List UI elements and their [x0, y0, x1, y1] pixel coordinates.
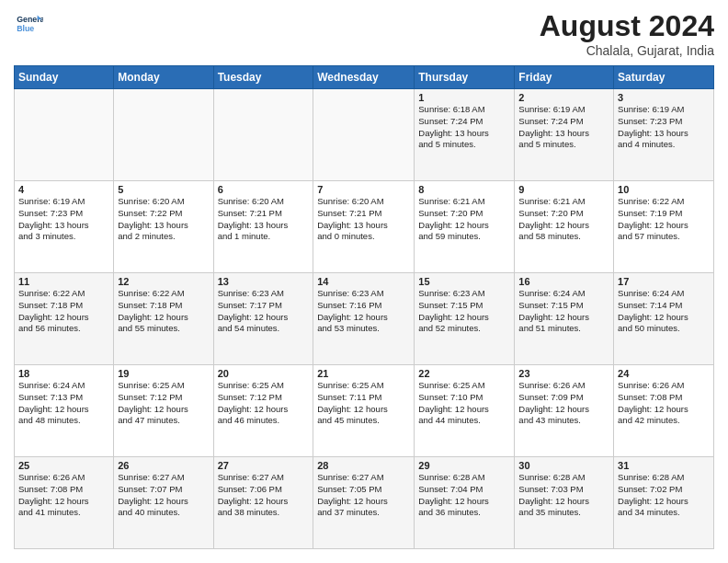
page: General Blue August 2024 Chalala, Gujara…: [0, 0, 728, 563]
svg-text:Blue: Blue: [17, 24, 34, 33]
table-row: 30Sunrise: 6:28 AMSunset: 7:03 PMDayligh…: [515, 457, 614, 549]
day-number: 19: [118, 368, 209, 379]
logo-icon: General Blue: [14, 9, 43, 39]
day-number: 2: [518, 92, 609, 103]
table-row: 4Sunrise: 6:19 AMSunset: 7:23 PMDaylight…: [15, 181, 114, 273]
table-row: 8Sunrise: 6:21 AMSunset: 7:20 PMDaylight…: [415, 181, 515, 273]
table-row: 18Sunrise: 6:24 AMSunset: 7:13 PMDayligh…: [15, 365, 114, 457]
day-number: 23: [518, 368, 609, 379]
day-number: 31: [618, 460, 710, 471]
table-row: 22Sunrise: 6:25 AMSunset: 7:10 PMDayligh…: [415, 365, 515, 457]
day-number: 11: [18, 276, 109, 287]
table-row: 23Sunrise: 6:26 AMSunset: 7:09 PMDayligh…: [515, 365, 614, 457]
table-row: 15Sunrise: 6:23 AMSunset: 7:15 PMDayligh…: [415, 273, 515, 365]
day-info: Sunrise: 6:20 AMSunset: 7:22 PMDaylight:…: [118, 196, 209, 243]
table-row: 19Sunrise: 6:25 AMSunset: 7:12 PMDayligh…: [114, 365, 213, 457]
col-thursday: Thursday: [415, 66, 515, 89]
day-number: 5: [118, 184, 209, 195]
calendar-table: Sunday Monday Tuesday Wednesday Thursday…: [14, 65, 714, 549]
day-number: 7: [317, 184, 410, 195]
day-info: Sunrise: 6:26 AMSunset: 7:08 PMDaylight:…: [618, 380, 710, 427]
day-number: 21: [317, 368, 410, 379]
day-number: 30: [518, 460, 609, 471]
day-info: Sunrise: 6:23 AMSunset: 7:17 PMDaylight:…: [218, 288, 310, 335]
calendar-header-row: Sunday Monday Tuesday Wednesday Thursday…: [15, 66, 714, 89]
day-info: Sunrise: 6:19 AMSunset: 7:24 PMDaylight:…: [518, 104, 609, 151]
day-number: 6: [218, 184, 310, 195]
title-block: August 2024 Chalala, Gujarat, India: [540, 9, 714, 58]
location: Chalala, Gujarat, India: [540, 43, 714, 58]
day-number: 15: [418, 276, 510, 287]
day-number: 14: [317, 276, 410, 287]
calendar-week-row: 18Sunrise: 6:24 AMSunset: 7:13 PMDayligh…: [15, 365, 714, 457]
day-number: 1: [418, 92, 510, 103]
day-number: 22: [418, 368, 510, 379]
day-info: Sunrise: 6:25 AMSunset: 7:10 PMDaylight:…: [418, 380, 510, 427]
day-info: Sunrise: 6:26 AMSunset: 7:08 PMDaylight:…: [18, 472, 109, 519]
day-number: 25: [18, 460, 109, 471]
day-info: Sunrise: 6:19 AMSunset: 7:23 PMDaylight:…: [618, 104, 710, 151]
day-info: Sunrise: 6:26 AMSunset: 7:09 PMDaylight:…: [518, 380, 609, 427]
table-row: 21Sunrise: 6:25 AMSunset: 7:11 PMDayligh…: [313, 365, 415, 457]
day-info: Sunrise: 6:22 AMSunset: 7:18 PMDaylight:…: [18, 288, 109, 335]
day-number: 10: [618, 184, 710, 195]
table-row: [114, 89, 213, 181]
day-info: Sunrise: 6:27 AMSunset: 7:06 PMDaylight:…: [218, 472, 310, 519]
calendar-week-row: 11Sunrise: 6:22 AMSunset: 7:18 PMDayligh…: [15, 273, 714, 365]
table-row: 14Sunrise: 6:23 AMSunset: 7:16 PMDayligh…: [313, 273, 415, 365]
day-info: Sunrise: 6:24 AMSunset: 7:14 PMDaylight:…: [618, 288, 710, 335]
day-info: Sunrise: 6:25 AMSunset: 7:11 PMDaylight:…: [317, 380, 410, 427]
col-friday: Friday: [515, 66, 614, 89]
col-monday: Monday: [114, 66, 213, 89]
col-sunday: Sunday: [15, 66, 114, 89]
table-row: 16Sunrise: 6:24 AMSunset: 7:15 PMDayligh…: [515, 273, 614, 365]
day-info: Sunrise: 6:28 AMSunset: 7:03 PMDaylight:…: [518, 472, 609, 519]
day-info: Sunrise: 6:21 AMSunset: 7:20 PMDaylight:…: [518, 196, 609, 243]
day-info: Sunrise: 6:24 AMSunset: 7:13 PMDaylight:…: [18, 380, 109, 427]
table-row: 20Sunrise: 6:25 AMSunset: 7:12 PMDayligh…: [213, 365, 313, 457]
day-info: Sunrise: 6:25 AMSunset: 7:12 PMDaylight:…: [218, 380, 310, 427]
col-wednesday: Wednesday: [313, 66, 415, 89]
day-number: 16: [518, 276, 609, 287]
calendar-week-row: 25Sunrise: 6:26 AMSunset: 7:08 PMDayligh…: [15, 457, 714, 549]
day-info: Sunrise: 6:22 AMSunset: 7:19 PMDaylight:…: [618, 196, 710, 243]
month-year: August 2024: [540, 9, 714, 43]
table-row: [15, 89, 114, 181]
table-row: 11Sunrise: 6:22 AMSunset: 7:18 PMDayligh…: [15, 273, 114, 365]
day-info: Sunrise: 6:28 AMSunset: 7:02 PMDaylight:…: [618, 472, 710, 519]
day-info: Sunrise: 6:25 AMSunset: 7:12 PMDaylight:…: [118, 380, 209, 427]
day-number: 8: [418, 184, 510, 195]
table-row: 24Sunrise: 6:26 AMSunset: 7:08 PMDayligh…: [614, 365, 714, 457]
table-row: 5Sunrise: 6:20 AMSunset: 7:22 PMDaylight…: [114, 181, 213, 273]
day-number: 13: [218, 276, 310, 287]
day-number: 3: [618, 92, 710, 103]
table-row: [213, 89, 313, 181]
table-row: 3Sunrise: 6:19 AMSunset: 7:23 PMDaylight…: [614, 89, 714, 181]
table-row: 29Sunrise: 6:28 AMSunset: 7:04 PMDayligh…: [415, 457, 515, 549]
day-number: 12: [118, 276, 209, 287]
day-number: 29: [418, 460, 510, 471]
header: General Blue August 2024 Chalala, Gujara…: [14, 9, 714, 58]
table-row: 10Sunrise: 6:22 AMSunset: 7:19 PMDayligh…: [614, 181, 714, 273]
table-row: 6Sunrise: 6:20 AMSunset: 7:21 PMDaylight…: [213, 181, 313, 273]
day-number: 26: [118, 460, 209, 471]
day-number: 28: [317, 460, 410, 471]
table-row: 13Sunrise: 6:23 AMSunset: 7:17 PMDayligh…: [213, 273, 313, 365]
table-row: 25Sunrise: 6:26 AMSunset: 7:08 PMDayligh…: [15, 457, 114, 549]
table-row: 12Sunrise: 6:22 AMSunset: 7:18 PMDayligh…: [114, 273, 213, 365]
day-info: Sunrise: 6:22 AMSunset: 7:18 PMDaylight:…: [118, 288, 209, 335]
calendar-week-row: 1Sunrise: 6:18 AMSunset: 7:24 PMDaylight…: [15, 89, 714, 181]
day-info: Sunrise: 6:21 AMSunset: 7:20 PMDaylight:…: [418, 196, 510, 243]
logo: General Blue: [14, 9, 43, 39]
table-row: 28Sunrise: 6:27 AMSunset: 7:05 PMDayligh…: [313, 457, 415, 549]
day-info: Sunrise: 6:19 AMSunset: 7:23 PMDaylight:…: [18, 196, 109, 243]
day-number: 4: [18, 184, 109, 195]
day-number: 20: [218, 368, 310, 379]
table-row: 26Sunrise: 6:27 AMSunset: 7:07 PMDayligh…: [114, 457, 213, 549]
col-saturday: Saturday: [614, 66, 714, 89]
table-row: 9Sunrise: 6:21 AMSunset: 7:20 PMDaylight…: [515, 181, 614, 273]
day-info: Sunrise: 6:18 AMSunset: 7:24 PMDaylight:…: [418, 104, 510, 151]
day-info: Sunrise: 6:28 AMSunset: 7:04 PMDaylight:…: [418, 472, 510, 519]
table-row: 2Sunrise: 6:19 AMSunset: 7:24 PMDaylight…: [515, 89, 614, 181]
svg-text:General: General: [17, 15, 43, 24]
